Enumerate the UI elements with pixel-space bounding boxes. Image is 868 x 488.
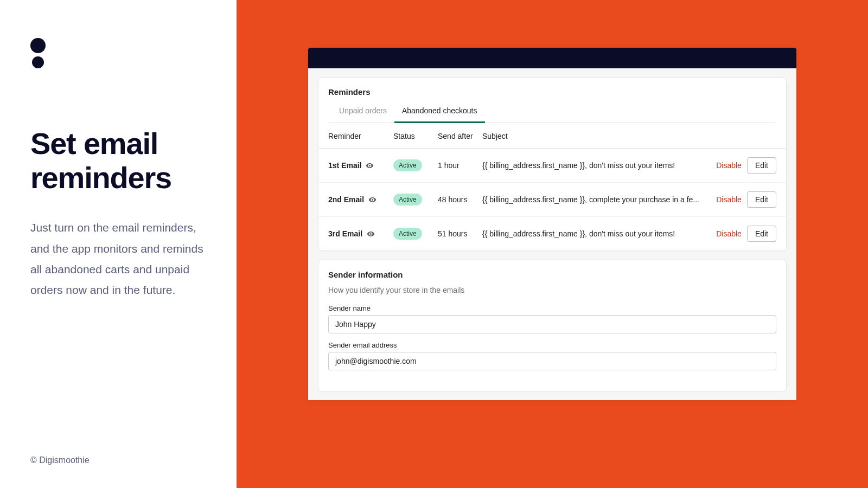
hero-description: Just turn on the email reminders, and th… — [30, 217, 206, 300]
table-row: 2nd Email Active 48 hours {{ billing_add… — [318, 183, 786, 217]
disable-button[interactable]: Disable — [716, 195, 742, 204]
logo-dot-large — [30, 38, 46, 53]
th-subject: Subject — [482, 132, 776, 140]
tab-unpaid-orders[interactable]: Unpaid orders — [331, 100, 394, 123]
tab-abandoned-checkouts[interactable]: Abandoned checkouts — [394, 100, 485, 123]
status-cell: Active — [393, 159, 438, 171]
status-cell: Active — [393, 194, 438, 206]
footer-copyright: © Digismoothie — [30, 455, 90, 465]
sender-email-label: Sender email address — [328, 341, 776, 349]
table-row: 3rd Email Active 51 hours {{ billing_add… — [318, 217, 786, 251]
left-promo-panel: Set email reminders Just turn on the ema… — [0, 0, 237, 488]
reminder-name: 3rd Email — [328, 229, 362, 238]
status-badge: Active — [393, 194, 422, 206]
th-reminder: Reminder — [328, 132, 393, 140]
reminders-title: Reminders — [328, 87, 776, 97]
sender-title: Sender information — [328, 270, 776, 279]
app-topbar — [308, 48, 796, 68]
status-badge: Active — [393, 228, 422, 240]
edit-button[interactable]: Edit — [747, 191, 776, 208]
send-after-cell: 1 hour — [438, 161, 482, 170]
disable-button[interactable]: Disable — [716, 161, 742, 170]
reminder-name-cell: 3rd Email — [328, 229, 393, 238]
sender-email-input[interactable] — [328, 352, 776, 370]
edit-button[interactable]: Edit — [747, 226, 776, 242]
th-status: Status — [393, 132, 438, 140]
eye-icon[interactable] — [366, 162, 374, 170]
edit-button[interactable]: Edit — [747, 157, 776, 174]
sender-name-input[interactable] — [328, 315, 776, 333]
send-after-cell: 51 hours — [438, 229, 482, 238]
reminders-card: Reminders Unpaid orders Abandoned checko… — [318, 77, 787, 251]
right-panel: Reminders Unpaid orders Abandoned checko… — [237, 0, 868, 488]
reminder-name-cell: 1st Email — [328, 161, 393, 170]
sender-name-label: Sender name — [328, 304, 776, 312]
reminder-name-cell: 2nd Email — [328, 195, 393, 204]
tabs: Unpaid orders Abandoned checkouts — [328, 100, 776, 123]
table-row: 1st Email Active 1 hour {{ billing_addre… — [318, 149, 786, 183]
subject-cell: {{ billing_address.first_name }}, don't … — [482, 161, 707, 170]
eye-icon[interactable] — [368, 196, 376, 204]
eye-icon[interactable] — [367, 230, 375, 238]
subject-cell: {{ billing_address.first_name }}, comple… — [482, 195, 707, 204]
app-window: Reminders Unpaid orders Abandoned checko… — [308, 48, 796, 400]
th-send-after: Send after — [438, 132, 482, 140]
logo-dot-small — [32, 56, 44, 68]
logo — [30, 38, 206, 68]
status-cell: Active — [393, 228, 438, 240]
table-header: Reminder Status Send after Subject — [318, 123, 786, 149]
send-after-cell: 48 hours — [438, 195, 482, 204]
reminder-name: 1st Email — [328, 161, 361, 170]
sender-subtitle: How you identify your store in the email… — [328, 286, 776, 294]
reminder-name: 2nd Email — [328, 195, 364, 204]
status-badge: Active — [393, 159, 422, 171]
hero-title: Set email reminders — [30, 127, 206, 195]
reminders-card-header: Reminders Unpaid orders Abandoned checko… — [318, 78, 786, 123]
subject-cell: {{ billing_address.first_name }}, don't … — [482, 229, 707, 238]
sender-card: Sender information How you identify your… — [318, 260, 787, 391]
disable-button[interactable]: Disable — [716, 229, 742, 238]
